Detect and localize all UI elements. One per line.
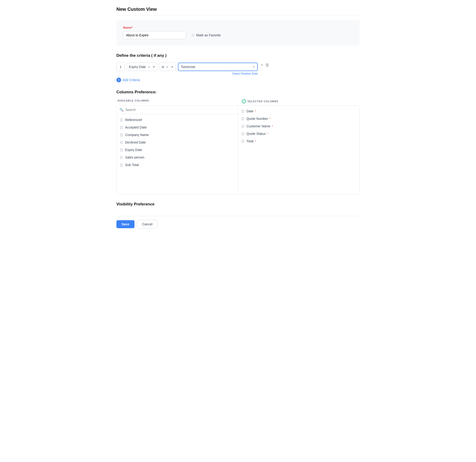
available-columns-label: AVAILABLE COLUMNS <box>117 99 238 102</box>
column-item-name: Sales person <box>125 156 144 159</box>
name-input[interactable] <box>123 31 186 39</box>
selected-check-icon: ✓ <box>242 99 246 103</box>
page-title: New Custom View <box>116 7 360 16</box>
criteria-operator-chevron[interactable]: ▼ <box>170 66 174 68</box>
criteria-field-chevron[interactable]: ▼ <box>152 66 156 68</box>
list-item[interactable]: Expiry Date <box>117 146 238 154</box>
selected-panel: Date * Quote Number * Customer Name * Qu… <box>238 106 359 194</box>
column-item-name: Company Name <box>125 133 149 137</box>
required-indicator: * <box>254 110 256 113</box>
drag-handle <box>120 156 123 159</box>
drag-handle <box>120 164 123 166</box>
favorite-button[interactable]: ☆ Mark as Favorite <box>191 33 221 38</box>
visibility-title: Visibility Preference <box>116 202 360 206</box>
column-item-name: Sub Total <box>125 163 139 167</box>
list-item[interactable]: Total * <box>238 137 359 145</box>
available-panel: 🔍 Reference# Accepted Date <box>117 106 238 194</box>
criteria-value-chevron: ▼ <box>252 66 255 68</box>
star-icon: ☆ <box>191 33 195 38</box>
delete-row-button[interactable]: 🗑 <box>265 63 270 67</box>
criteria-action-btns: + 🗑 <box>261 63 270 67</box>
list-item[interactable]: Sales person <box>117 154 238 161</box>
column-item-name: Expiry Date <box>125 148 142 152</box>
search-icon: 🔍 <box>119 108 123 112</box>
criteria-value-wrapper: Tomorrow ▼ Select Relative Date <box>178 63 258 75</box>
save-button[interactable]: Save <box>116 220 135 228</box>
columns-title: Columns Preference: <box>116 90 360 94</box>
column-item-name: Reference# <box>125 118 142 122</box>
column-item-name: Declined Date <box>125 140 146 144</box>
criteria-operator-value: is <box>162 65 164 69</box>
search-row: 🔍 <box>117 106 238 114</box>
column-search-input[interactable] <box>125 108 235 112</box>
visibility-section: Visibility Preference <box>116 202 360 206</box>
columns-headers: AVAILABLE COLUMNS ✓ SELECTED COLUMNS <box>116 99 360 103</box>
list-item[interactable]: Company Name <box>117 131 238 139</box>
drag-handle <box>242 132 244 135</box>
criteria-operator-select[interactable]: is ✕ ▼ <box>160 63 176 71</box>
column-item-name: Quote Status * <box>246 132 268 136</box>
list-item[interactable]: Accepted Date <box>117 124 238 131</box>
selected-columns-label: ✓ SELECTED COLUMNS <box>242 99 360 103</box>
column-item-name: Date * <box>246 109 256 113</box>
required-indicator: * <box>269 117 271 121</box>
list-item[interactable]: Customer Name * <box>238 123 359 130</box>
list-item[interactable]: Quote Number * <box>238 115 359 123</box>
list-item[interactable]: Quote Status * <box>238 130 359 137</box>
drag-handle <box>120 126 123 129</box>
name-field-label: Name* <box>123 26 353 29</box>
criteria-operator-clear[interactable]: ✕ <box>165 66 169 68</box>
add-row-button[interactable]: + <box>261 63 263 67</box>
criteria-section: Define the criteria ( if any ) 1 Expiry … <box>116 53 360 82</box>
column-item-name: Total * <box>246 139 256 143</box>
criteria-title: Define the criteria ( if any ) <box>116 53 360 58</box>
cancel-button[interactable]: Cancel <box>137 220 158 228</box>
column-item-name: Accepted Date <box>125 125 147 129</box>
list-item[interactable]: Sub Total <box>117 161 238 169</box>
required-indicator: * <box>271 125 273 128</box>
list-item[interactable]: Reference# <box>117 116 238 124</box>
add-criteria-label: Add Criteria <box>122 78 140 82</box>
drag-handle <box>242 117 244 120</box>
list-item[interactable]: Declined Date <box>117 139 238 146</box>
drag-handle <box>120 133 123 137</box>
add-criteria-button[interactable]: + Add Criteria <box>116 78 140 82</box>
column-item-name: Customer Name * <box>246 124 273 128</box>
criteria-field-select[interactable]: Expiry Date ✕ ▼ <box>127 63 158 71</box>
list-item[interactable]: Date * <box>238 107 359 115</box>
available-columns-list: Reference# Accepted Date Company Name De… <box>117 114 238 171</box>
column-item-name: Quote Number * <box>246 117 271 121</box>
favorite-label: Mark as Favorite <box>196 33 221 37</box>
criteria-number: 1 <box>116 63 125 71</box>
drag-handle <box>120 141 123 144</box>
add-criteria-icon: + <box>116 78 121 82</box>
drag-handle <box>120 148 123 151</box>
drag-handle <box>242 125 244 128</box>
name-section: Name* ☆ Mark as Favorite <box>116 20 360 46</box>
criteria-field-value: Expiry Date <box>129 65 146 69</box>
required-indicator: * <box>266 132 268 136</box>
name-row: ☆ Mark as Favorite <box>123 31 353 39</box>
criteria-value-text: Tomorrow <box>181 65 195 69</box>
criteria-field-clear[interactable]: ✕ <box>147 66 151 68</box>
drag-handle <box>242 110 244 113</box>
criteria-wrapper: 1 Expiry Date ✕ ▼ is ✕ ▼ Tomorrow <box>116 63 360 75</box>
columns-section: Columns Preference: AVAILABLE COLUMNS ✓ … <box>116 90 360 194</box>
drag-handle <box>120 118 123 122</box>
bottom-bar: Save Cancel <box>116 216 360 228</box>
criteria-value-select[interactable]: Tomorrow ▼ <box>178 63 258 71</box>
criteria-row: 1 Expiry Date ✕ ▼ is ✕ ▼ Tomorrow <box>116 63 360 75</box>
relative-date-link[interactable]: Select Relative Date <box>178 72 258 75</box>
required-indicator: * <box>254 140 256 143</box>
columns-panels: 🔍 Reference# Accepted Date <box>116 105 360 194</box>
drag-handle <box>242 140 244 143</box>
